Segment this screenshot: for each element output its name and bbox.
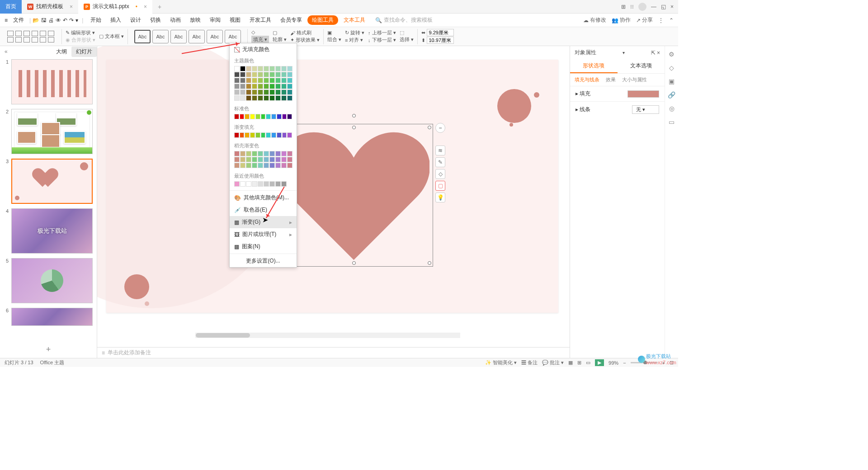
color-swatch[interactable] [287,72,292,77]
menu-review[interactable]: 审阅 [206,14,224,26]
color-swatch[interactable] [266,132,271,138]
color-swatch[interactable] [234,151,240,156]
color-swatch[interactable] [234,66,240,71]
fill-dropdown[interactable]: 填充▾ [251,36,269,43]
color-swatch[interactable] [281,89,287,95]
slide-thumb-6[interactable] [11,308,93,326]
fill-color-swatch[interactable] [627,90,659,98]
add-slide-button[interactable]: + [0,341,97,358]
zoom-out-icon[interactable]: − [623,360,626,366]
close-icon[interactable]: × [70,4,73,10]
color-swatch[interactable] [287,132,292,138]
color-swatch[interactable] [240,78,245,83]
style-gallery[interactable]: Abc Abc Abc Abc Abc Abc [132,27,244,46]
color-swatch[interactable] [245,114,250,119]
color-swatch[interactable] [275,89,281,95]
align-dropdown[interactable]: ≡ 对齐▾ [345,37,364,43]
coop-button[interactable]: 👥 协作 [612,16,631,24]
selected-shape-heart[interactable]: − ≋ ✎ ◇ ▢ 💡 [278,127,429,263]
notes-toggle[interactable]: ☰ 备注 [521,359,538,366]
shape-gallery[interactable] [7,31,55,42]
color-swatch[interactable] [246,151,251,156]
close-window-icon[interactable]: × [670,4,674,10]
collapse-ribbon-icon[interactable]: ⌃ [669,17,674,24]
color-swatch[interactable] [261,114,266,119]
color-swatch[interactable] [252,163,257,168]
menu-drawing-tools[interactable]: 绘图工具 [307,15,338,25]
color-swatch[interactable] [275,181,281,187]
color-swatch[interactable] [255,132,260,138]
color-swatch[interactable] [287,89,292,95]
idea-icon[interactable]: 💡 [435,193,445,202]
color-swatch[interactable] [275,72,281,77]
color-swatch[interactable] [282,132,287,138]
color-swatch[interactable] [240,132,245,138]
color-swatch[interactable] [287,66,292,71]
menu-text-tools[interactable]: 文本工具 [340,14,369,26]
eyedropper-option[interactable]: 💉取色器(E) [230,204,297,216]
color-swatch[interactable] [269,89,275,95]
color-swatch[interactable] [258,151,263,156]
new-tab-button[interactable]: + [152,0,167,14]
undo-icon[interactable]: ↶ [63,17,67,24]
color-swatch[interactable] [281,66,287,71]
color-swatch[interactable] [252,151,257,156]
text-icon[interactable]: ▢ [435,181,445,191]
color-swatch[interactable] [252,66,257,71]
color-swatch[interactable] [264,84,269,89]
color-swatch[interactable] [258,66,263,71]
more-colors-option[interactable]: 🎨其他填充颜色(M)... [230,192,297,204]
menu-transition[interactable]: 切换 [146,14,165,26]
color-swatch[interactable] [246,163,251,168]
selection-dropdown[interactable]: 选择▾ [400,36,414,43]
color-swatch[interactable] [234,72,240,77]
color-swatch[interactable] [234,89,240,95]
zoom-level[interactable]: 99% [609,360,618,366]
color-swatch[interactable] [264,72,269,77]
collapse-panel-icon[interactable]: « [5,48,8,55]
pattern-option[interactable]: ▩图案(N) [230,240,297,253]
user-icon[interactable] [638,3,646,11]
outline-dropdown[interactable]: 轮廓▾ [273,36,287,43]
color-swatch[interactable] [240,151,245,156]
color-swatch[interactable] [246,78,251,83]
color-swatch[interactable] [266,114,271,119]
slide-thumb-5[interactable] [11,258,93,303]
color-swatch[interactable] [269,157,275,162]
textbox-button[interactable]: ▢ 文本框▾ [99,33,124,40]
color-swatch[interactable] [240,157,245,162]
rotate-dropdown[interactable]: ↻ 旋转▾ [345,29,364,36]
color-swatch[interactable] [281,151,287,156]
group-dropdown[interactable]: 组合▾ [327,36,341,43]
color-swatch[interactable] [240,114,245,119]
smart-beautify[interactable]: ✨ 智能美化 ▾ [485,359,517,366]
zoom-out-mini[interactable]: − [435,123,445,133]
color-swatch[interactable] [252,84,257,89]
color-swatch[interactable] [246,181,251,187]
color-swatch[interactable] [269,163,275,168]
color-swatch[interactable] [255,114,260,119]
slide-thumb-3[interactable] [11,159,93,204]
fill-line-subtab[interactable]: 填充与线条 [575,76,599,83]
rotate-handle[interactable] [352,114,356,118]
color-swatch[interactable] [258,95,263,101]
home-tab[interactable]: 首页 [0,0,22,14]
color-swatch[interactable] [234,132,239,138]
notes-area[interactable]: ≡ 单击此处添加备注 [97,347,570,358]
effects-dropdown[interactable]: ✦ 形状效果▾ [290,37,320,43]
color-swatch[interactable] [246,84,251,89]
color-swatch[interactable] [269,78,275,83]
color-swatch[interactable] [234,95,240,101]
location-icon[interactable]: ◎ [669,105,675,112]
color-swatch[interactable] [269,72,275,77]
color-swatch[interactable] [258,84,263,89]
color-swatch[interactable] [277,114,282,119]
color-swatch[interactable] [287,157,292,162]
color-swatch[interactable] [234,163,240,168]
color-swatch[interactable] [240,72,245,77]
no-fill-option[interactable]: 无填充颜色 [230,43,297,56]
color-swatch[interactable] [234,181,240,187]
color-swatch[interactable] [245,132,250,138]
color-swatch[interactable] [277,132,282,138]
color-swatch[interactable] [264,78,269,83]
